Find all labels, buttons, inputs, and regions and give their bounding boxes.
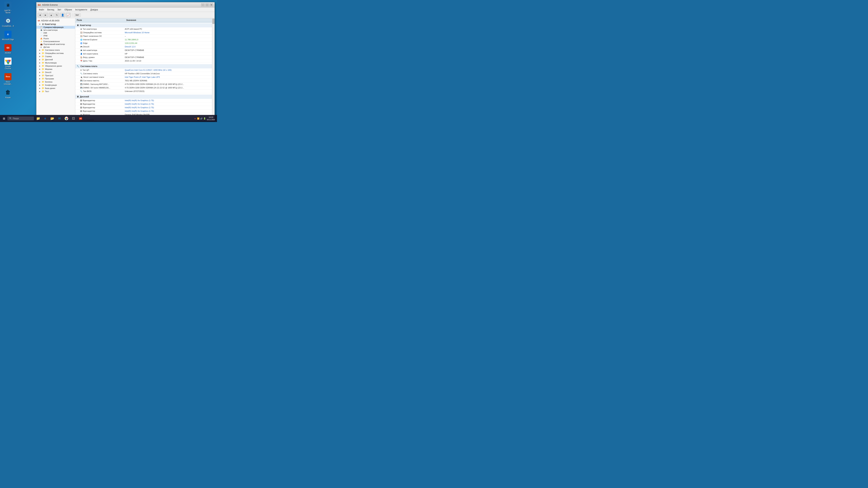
- desktop-icon-trash[interactable]: 🗑 Кошик: [2, 89, 14, 99]
- row-edge: 🌀 Edge 119.0.2151.44: [75, 41, 212, 45]
- tree-item-dmi[interactable]: 📄 DMI: [36, 31, 75, 34]
- title-bar: 64 AIDA64 Extreme ─ □ ✕: [36, 2, 215, 8]
- menu-report[interactable]: Звіт: [56, 8, 63, 11]
- field-ie: 🌐 Internet Explorer: [80, 38, 125, 41]
- field-gpu1: 🖼 Відеоадаптер: [80, 99, 125, 102]
- display-section-icon: 🖥: [77, 95, 79, 98]
- programs-folder-icon: 📁: [42, 78, 44, 80]
- tree-item-name[interactable]: 💻 Ім'я комп'ютера: [36, 29, 75, 31]
- tree-network[interactable]: ► 📁 Мережа: [36, 67, 75, 71]
- tray-icon-1: 🔺: [194, 117, 196, 120]
- item-icon-4: 🔥: [40, 38, 43, 39]
- taskbar-aida64[interactable]: 64: [78, 115, 84, 122]
- field-text-2-1: Відеоадаптер: [83, 103, 95, 105]
- tree-config[interactable]: ► 📁 Конфігурація: [36, 83, 75, 87]
- field-dimm1: 💾 DIMM1: Samsung M471A52...: [80, 83, 125, 85]
- field-icon-1-4: 💾: [80, 83, 82, 85]
- scrollbar-thumb[interactable]: [212, 19, 215, 24]
- maximize-button[interactable]: □: [205, 3, 209, 6]
- taskbar-email[interactable]: ✉: [56, 115, 63, 122]
- minimize-button[interactable]: ─: [201, 3, 205, 6]
- tree-sysboard[interactable]: ► 📁 Системна плата: [36, 49, 75, 52]
- col-header-field: Поле: [77, 19, 126, 21]
- field-text-1-1: Системна плата: [83, 73, 98, 75]
- tree-database[interactable]: ► 📁 База даних: [36, 87, 75, 90]
- item-label-2: DMI: [43, 32, 47, 34]
- row-bios: 🔧 Тип BIOS Unknown (07/27/2023): [75, 90, 212, 93]
- tree-root[interactable]: ▼ 🖥 Комп'ютер: [36, 23, 75, 26]
- expand-icon-14: ►: [39, 68, 41, 70]
- menu-file[interactable]: Файл: [37, 8, 45, 11]
- value-datetime: 2023-11-09 / 14:10: [125, 60, 211, 62]
- tree-item-summary[interactable]: 📋 Сумарна інформація: [36, 26, 75, 29]
- value-dimm1: 4 ГБ DDR4-3200 DDR4 SDRAM (24-22-22-52 @…: [125, 83, 211, 85]
- user-button[interactable]: 👤: [60, 13, 65, 17]
- tree-security[interactable]: ► 📁 Безпека: [36, 80, 75, 83]
- multimedia-folder-icon: 📁: [42, 61, 44, 64]
- app-icon: 64: [38, 3, 41, 6]
- chart-button[interactable]: 📈: [66, 13, 71, 17]
- field-text-0-2: Пакет оновлення ОС: [83, 35, 102, 37]
- item-label-13: Збереження даних: [45, 65, 62, 67]
- tree-programs[interactable]: ► 📁 Програми: [36, 77, 75, 80]
- taskbar-search[interactable]: 🔍 Пошук: [7, 116, 34, 120]
- test-folder-icon: 📁: [42, 90, 44, 93]
- desktop-icon-thispc[interactable]: 🖥 Цей ПК - Ярлик: [2, 2, 14, 14]
- refresh-button[interactable]: ↻: [55, 13, 59, 17]
- tree-display[interactable]: ► 📁 Дисплей: [36, 58, 75, 61]
- sysboard-folder-icon: 📁: [42, 49, 44, 51]
- expand-icon-9: ►: [39, 52, 41, 54]
- field-text-2-3: Відеоадаптер: [83, 110, 95, 112]
- menu-tools[interactable]: Інструменти: [74, 8, 89, 11]
- taskbar-edge[interactable]: e: [42, 115, 49, 122]
- desktop-icon-chrome[interactable]: Google Chrome: [2, 58, 14, 70]
- tree-item-power[interactable]: ⚡ Електроживлення: [36, 40, 75, 43]
- section-motherboard: 🔧 Системна плата: [75, 64, 212, 68]
- up-button[interactable]: ▲: [49, 13, 54, 17]
- scrollbar-track[interactable]: [212, 18, 215, 120]
- menu-favorites[interactable]: Обране: [63, 8, 73, 11]
- desktop-icon-edge[interactable]: e Microsoft Edge: [2, 31, 14, 41]
- item-icon-7: 🌡: [40, 46, 43, 48]
- tree-item-portable[interactable]: 💼 Портативний комп'ютер: [36, 43, 75, 46]
- tree-test[interactable]: ► 📁 Тест: [36, 90, 75, 93]
- item-label-15: DirectX: [45, 71, 52, 74]
- field-text-0-9: Дата / Час: [83, 60, 92, 62]
- chrome-icon: [65, 117, 68, 120]
- value-gpu4: Intel(R) Iris(R) Xe Graphics (1 ГБ): [125, 110, 211, 112]
- item-label-0: Сумарна інформація: [43, 26, 63, 28]
- photos-icon: 🖼: [72, 117, 75, 120]
- tree-multimedia[interactable]: ► 📁 Мультимедіа: [36, 61, 75, 64]
- aida64-window: 64 AIDA64 Extreme ─ □ ✕ Файл Вигляд Звіт…: [36, 2, 215, 121]
- desktop-icon-revo[interactable]: Revo Revo Uninstall...: [2, 73, 14, 85]
- field-gpu2: 🖼 Відеоадаптер: [80, 103, 125, 105]
- tree-storage[interactable]: ► 📁 Збереження даних: [36, 64, 75, 67]
- taskbar-filemanager[interactable]: 📂: [49, 115, 56, 122]
- forward-button[interactable]: ►: [43, 13, 48, 17]
- time-display: 14:10: [207, 116, 215, 119]
- row-computer-type: 🖥 Тип комп'ютера ACPI x64-based PC: [75, 27, 212, 31]
- os-folder-icon: 📁: [42, 52, 44, 54]
- tree-item-ipmi[interactable]: 📄 IPMI: [36, 34, 75, 37]
- desktop-icon-crystaldisk[interactable]: 💿 CrystalDisk... 8: [2, 17, 14, 27]
- tree-os[interactable]: ► 📁 Операційна система: [36, 52, 75, 55]
- tree-item-sensor[interactable]: 🌡 Датчик: [36, 46, 75, 49]
- taskbar-explorer[interactable]: 📁: [35, 115, 41, 122]
- close-button[interactable]: ✕: [210, 3, 213, 6]
- field-edge: 🌀 Edge: [80, 42, 125, 44]
- tree-directx[interactable]: ► 📁 DirectX: [36, 71, 75, 74]
- expand-icon-11: ►: [39, 59, 41, 61]
- taskbar-chrome[interactable]: [63, 115, 70, 122]
- network-folder-icon: 📁: [42, 68, 44, 70]
- tree-item-oc[interactable]: 🔥 Розгін: [36, 37, 75, 40]
- menu-view[interactable]: Вигляд: [46, 8, 56, 11]
- taskbar-photos[interactable]: 🖼: [70, 115, 77, 122]
- item-label-9: Операційна система: [45, 52, 64, 54]
- tree-devices[interactable]: ► 📁 Пристрої: [36, 74, 75, 77]
- desktop-icon-aida64[interactable]: 64 AIDA64: [2, 44, 14, 54]
- expand-icon-17: ►: [39, 78, 41, 80]
- menu-help[interactable]: Довідка: [89, 8, 99, 11]
- tree-server[interactable]: ► 📁 Сервер: [36, 55, 75, 58]
- start-button[interactable]: ⊞: [1, 115, 7, 122]
- back-button[interactable]: ◄: [37, 13, 42, 17]
